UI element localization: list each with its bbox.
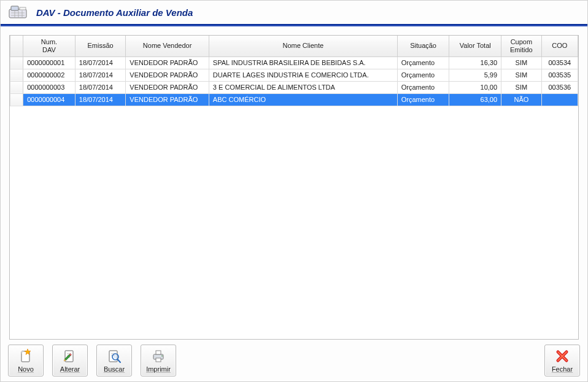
col-cliente[interactable]: Nome Cliente xyxy=(209,36,397,57)
dav-window: DAV - Documento Auxiliar de Venda Num.DA… xyxy=(0,0,588,382)
cell-num: 0000000002 xyxy=(23,69,75,81)
alterar-button[interactable]: Alterar xyxy=(52,345,88,376)
col-coo[interactable]: COO xyxy=(541,36,578,57)
col-vendedor[interactable]: Nome Vendedor xyxy=(126,36,209,57)
cell-cupom: SIM xyxy=(501,57,542,69)
col-situacao[interactable]: Situação xyxy=(397,36,449,57)
toolbar-right: Fechar xyxy=(544,345,580,376)
cell-valor: 5,99 xyxy=(449,69,501,81)
col-emissao[interactable]: Emissão xyxy=(75,36,126,57)
table-row[interactable]: 000000000418/07/2014VENDEDOR PADRÃOABC C… xyxy=(10,93,578,106)
cell-cliente: ABC COMÉRCIO xyxy=(209,93,397,106)
svg-rect-1 xyxy=(11,6,18,10)
imprimir-label: Imprimir xyxy=(146,365,171,373)
dav-table: Num.DAV Emissão Nome Vendedor Nome Clien… xyxy=(10,36,578,106)
row-indicator-header[interactable] xyxy=(10,36,23,57)
col-valor-total[interactable]: Valor Total xyxy=(449,36,501,57)
window-title: DAV - Documento Auxiliar de Venda xyxy=(36,7,193,18)
table-header-row: Num.DAV Emissão Nome Vendedor Nome Clien… xyxy=(10,36,578,57)
titlebar: DAV - Documento Auxiliar de Venda xyxy=(1,1,587,24)
search-document-icon xyxy=(106,348,122,364)
cell-cliente: 3 E COMERCIAL DE ALIMENTOS LTDA xyxy=(209,81,397,93)
cell-num: 0000000001 xyxy=(23,57,75,69)
cell-cliente: SPAL INDUSTRIA BRASILEIRA DE BEBIDAS S.A… xyxy=(209,57,397,69)
cell-coo: 003535 xyxy=(541,69,578,81)
imprimir-button[interactable]: Imprimir xyxy=(141,345,176,376)
cell-emissao: 18/07/2014 xyxy=(75,57,126,69)
cell-vendedor: VENDEDOR PADRÃO xyxy=(126,69,209,81)
cell-valor: 63,00 xyxy=(449,93,501,106)
cell-cupom: SIM xyxy=(501,81,542,93)
cell-coo xyxy=(541,93,578,106)
novo-label: Novo xyxy=(18,365,34,373)
svg-line-23 xyxy=(118,359,121,362)
toolbar-left: Novo Alterar xyxy=(8,345,176,376)
cell-emissao: 18/07/2014 xyxy=(75,93,126,106)
cell-valor: 16,30 xyxy=(449,57,501,69)
cell-cupom: SIM xyxy=(501,69,542,81)
fechar-label: Fechar xyxy=(552,365,573,373)
cell-coo: 003536 xyxy=(541,81,578,93)
table-row[interactable]: 000000000118/07/2014VENDEDOR PADRÃOSPAL … xyxy=(10,57,578,69)
row-indicator xyxy=(10,69,23,81)
content-area: Num.DAV Emissão Nome Vendedor Nome Clien… xyxy=(1,26,587,340)
cell-emissao: 18/07/2014 xyxy=(75,81,126,93)
cell-cupom: NÃO xyxy=(501,93,542,106)
new-document-icon xyxy=(18,348,34,364)
toolbar: Novo Alterar xyxy=(1,340,587,381)
novo-button[interactable]: Novo xyxy=(8,345,44,376)
cell-situacao: Orçamento xyxy=(397,57,449,69)
register-icon xyxy=(8,4,30,20)
dav-grid[interactable]: Num.DAV Emissão Nome Vendedor Nome Clien… xyxy=(9,35,579,340)
col-num-dav[interactable]: Num.DAV xyxy=(23,36,75,57)
cell-situacao: Orçamento xyxy=(397,69,449,81)
close-icon xyxy=(554,348,570,364)
buscar-label: Buscar xyxy=(104,365,125,373)
row-indicator xyxy=(10,57,23,69)
cell-num: 0000000004 xyxy=(23,93,75,106)
buscar-button[interactable]: Buscar xyxy=(96,345,132,376)
printer-icon xyxy=(150,348,166,364)
cell-cliente: DUARTE LAGES INDUSTRIA E COMERCIO LTDA. xyxy=(209,69,397,81)
edit-document-icon xyxy=(62,348,78,364)
svg-point-22 xyxy=(114,355,117,359)
row-indicator xyxy=(10,81,23,93)
col-cupom[interactable]: Cupom Emitido xyxy=(501,36,542,57)
cell-emissao: 18/07/2014 xyxy=(75,69,126,81)
cell-situacao: Orçamento xyxy=(397,93,449,106)
cell-vendedor: VENDEDOR PADRÃO xyxy=(126,57,209,69)
cell-valor: 10,00 xyxy=(449,81,501,93)
table-row[interactable]: 000000000218/07/2014VENDEDOR PADRÃODUART… xyxy=(10,69,578,81)
cell-vendedor: VENDEDOR PADRÃO xyxy=(126,93,209,106)
fechar-button[interactable]: Fechar xyxy=(544,345,580,376)
cell-situacao: Orçamento xyxy=(397,81,449,93)
cell-vendedor: VENDEDOR PADRÃO xyxy=(126,81,209,93)
alterar-label: Alterar xyxy=(60,365,80,373)
cell-coo: 003534 xyxy=(541,57,578,69)
svg-point-27 xyxy=(161,356,163,357)
svg-rect-25 xyxy=(156,351,161,354)
row-indicator xyxy=(10,93,23,106)
cell-num: 0000000003 xyxy=(23,81,75,93)
table-row[interactable]: 000000000318/07/2014VENDEDOR PADRÃO3 E C… xyxy=(10,81,578,93)
svg-rect-2 xyxy=(20,7,26,10)
svg-rect-26 xyxy=(156,358,161,362)
